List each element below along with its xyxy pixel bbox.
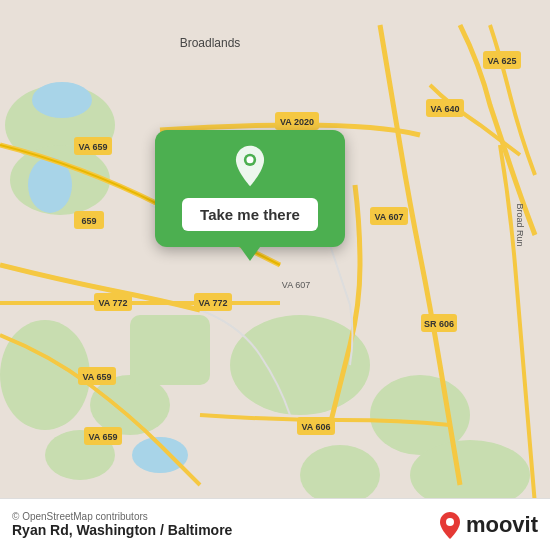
svg-text:VA 772: VA 772	[98, 298, 127, 308]
svg-text:VA 625: VA 625	[487, 56, 516, 66]
bottom-bar: © OpenStreetMap contributors Ryan Rd, Wa…	[0, 498, 550, 550]
location-name: Ryan Rd, Washington / Baltimore	[12, 522, 232, 538]
location-pin-icon	[228, 144, 272, 188]
svg-point-42	[246, 156, 253, 163]
svg-text:VA 606: VA 606	[301, 422, 330, 432]
location-info: © OpenStreetMap contributors Ryan Rd, Wa…	[12, 511, 232, 538]
svg-text:SR 606: SR 606	[424, 319, 454, 329]
svg-rect-6	[130, 315, 210, 385]
svg-text:VA 607: VA 607	[282, 280, 310, 290]
moovit-pin-icon	[438, 511, 462, 539]
svg-point-7	[230, 315, 370, 415]
moovit-brand-text: moovit	[466, 512, 538, 538]
svg-text:VA 659: VA 659	[88, 432, 117, 442]
svg-point-10	[300, 445, 380, 505]
svg-text:VA 659: VA 659	[78, 142, 107, 152]
svg-text:VA 607: VA 607	[374, 212, 403, 222]
take-me-there-button[interactable]: Take me there	[182, 198, 318, 231]
svg-point-11	[32, 82, 92, 118]
svg-text:659: 659	[81, 216, 96, 226]
moovit-logo: moovit	[438, 511, 538, 539]
svg-text:VA 2020: VA 2020	[280, 117, 314, 127]
map-attribution: © OpenStreetMap contributors	[12, 511, 232, 522]
svg-text:VA 659: VA 659	[82, 372, 111, 382]
popup-card: Take me there	[155, 130, 345, 247]
map-container: VA 659 VA 2020 VA 640 VA 625 659 VA 607 …	[0, 0, 550, 550]
svg-text:VA 772: VA 772	[198, 298, 227, 308]
svg-text:Broadlands: Broadlands	[180, 36, 241, 50]
svg-point-43	[446, 518, 454, 526]
svg-text:Broad Run: Broad Run	[515, 203, 525, 246]
svg-text:VA 640: VA 640	[430, 104, 459, 114]
